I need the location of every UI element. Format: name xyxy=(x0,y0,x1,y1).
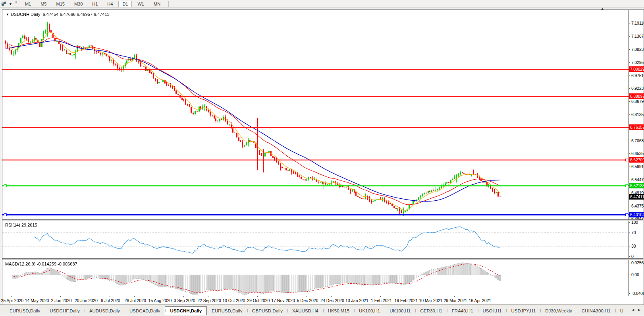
tab-scroll-left-icon[interactable]: ◄ xyxy=(630,307,636,313)
axis-tick-mark xyxy=(629,293,630,294)
price-tick-label: 6.59910 xyxy=(631,164,644,169)
chart-tab-usoil-h1[interactable]: USOil,H1 xyxy=(478,307,507,315)
date-tick-mark xyxy=(430,296,430,297)
chart-symbol-label: USDCNH,Daily xyxy=(11,12,40,17)
chart-tab-u[interactable]: U xyxy=(615,307,628,315)
chart-tab-china300-h1[interactable]: CHINA300,H1 xyxy=(577,307,615,315)
current-price-badge[interactable]: 6.47411 xyxy=(629,194,644,200)
rsi-label: RSI(14) 29.2615 xyxy=(5,223,37,227)
price-tick-label: 6.70630 xyxy=(631,138,644,143)
chart-tab-ger30-h1[interactable]: GER30,H1 xyxy=(415,307,447,315)
axis-tick-mark xyxy=(629,101,630,102)
chart-tab-uk100-h1[interactable]: UK100,H1 xyxy=(354,307,385,315)
axis-tick-mark xyxy=(629,256,630,257)
chart-ohlc-values: 6.47454 6.47666 6.46957 6.47411 xyxy=(43,12,109,17)
chart-window: ▼USDCNH,Daily 6.47454 6.47666 6.46957 6.… xyxy=(2,10,644,305)
tab-scroll-nav: ◄ ► xyxy=(630,305,644,315)
date-label: 24 Dec 2020 xyxy=(320,298,344,303)
timeframe-button-m15[interactable]: M15 xyxy=(52,1,68,7)
chart-tab-eurusd-daily[interactable]: EURUSD,Daily xyxy=(207,307,247,315)
price-tick-label: 6.97510 xyxy=(631,73,644,78)
line-drag-handle[interactable] xyxy=(625,159,628,161)
axis-tick-mark xyxy=(629,246,630,246)
chart-tab-usdcnh-daily[interactable]: USDCNH,Daily xyxy=(165,306,207,315)
date-tick-mark xyxy=(282,296,282,297)
chart-tab-xauusd-h4[interactable]: XAUUSD,H4 xyxy=(287,307,323,315)
date-label: 14 May 2020 xyxy=(25,298,49,303)
hline-price-badge[interactable]: 6.88897 xyxy=(629,93,644,99)
rsi-chart-canvas[interactable] xyxy=(2,221,629,258)
macd-tick-label: 0.00 xyxy=(631,272,639,277)
date-label: 1 Feb 2021 xyxy=(371,298,392,303)
chart-tab-fra40-h1[interactable]: FRA40,H1 xyxy=(447,307,478,315)
line-drag-handle[interactable] xyxy=(4,184,7,187)
macd-label: MACD(12,26,9) -0.014259 -0.006687 xyxy=(5,262,77,266)
timeframe-button-d1[interactable]: D1 xyxy=(118,1,132,7)
candlestick-chart-canvas[interactable] xyxy=(2,10,629,219)
timeframe-button-h1[interactable]: H1 xyxy=(88,1,102,7)
date-label: 25 Apr 2020 xyxy=(1,298,24,303)
chart-tab-audusd-daily[interactable]: AUDUSD,Daily xyxy=(85,307,125,315)
line-drag-handle[interactable] xyxy=(625,213,628,216)
timeframe-button-m5[interactable]: M5 xyxy=(37,1,50,7)
chart-tab-usdjpy-h1[interactable]: USDJPY,H1 xyxy=(506,307,540,315)
price-panel: ▼USDCNH,Daily 6.47454 6.47666 6.46957 6.… xyxy=(2,10,643,219)
price-tick-label: 7.19110 xyxy=(631,21,644,25)
cursor-tool-icon[interactable] xyxy=(1,1,9,7)
date-tick-mark xyxy=(183,296,184,297)
line-drag-handle[interactable] xyxy=(625,184,628,187)
date-label: 9 Jul 2020 xyxy=(101,298,120,303)
timeframe-button-m1[interactable]: M1 xyxy=(21,1,35,7)
axis-tick-mark xyxy=(629,141,630,141)
timeframe-button-w1[interactable]: W1 xyxy=(133,1,148,7)
axis-tick-mark xyxy=(629,193,630,193)
axis-tick-mark xyxy=(629,219,630,219)
hline-price-badge[interactable]: 7.00029 xyxy=(629,66,644,72)
price-tick-label: 7.08230 xyxy=(631,47,644,52)
date-label: 19 Feb 2021 xyxy=(394,298,418,303)
chart-tab-uk100-h1[interactable]: UK100,H1 xyxy=(385,307,415,315)
macd-tick-label: -0.040687 xyxy=(631,291,644,296)
chart-tab-hk50-m15[interactable]: HK50,M15 xyxy=(323,307,354,315)
status-strip xyxy=(0,314,644,316)
hline-price-badge[interactable]: 6.52138 xyxy=(629,183,644,188)
timeframe-button-h4[interactable]: H4 xyxy=(103,1,117,7)
macd-chart-canvas[interactable] xyxy=(2,260,629,296)
rsi-tick-label: 30 xyxy=(631,244,636,248)
rsi-tick-label: 100 xyxy=(631,220,638,225)
date-tick-mark xyxy=(134,296,135,297)
price-tick-label: 6.92230 xyxy=(631,86,644,91)
hline-price-badge[interactable]: 6.40104 xyxy=(629,212,644,217)
macd-panel: MACD(12,26,9) -0.014259 -0.006687 0.0256… xyxy=(2,260,643,296)
hline-price-badge[interactable]: 6.62709 xyxy=(629,157,644,163)
date-label: 2 Jun 2020 xyxy=(51,298,72,303)
axis-tick-mark xyxy=(629,180,630,180)
date-tick-mark xyxy=(11,296,12,297)
date-tick-mark xyxy=(233,296,233,297)
tab-scroll-right-icon[interactable]: ► xyxy=(636,307,642,313)
chart-tab-usdchf-daily[interactable]: USDCHF,Daily xyxy=(45,307,84,315)
date-label: 10 Mar 2021 xyxy=(419,298,442,303)
price-tick-label: 6.86790 xyxy=(631,99,644,104)
date-label: 17 Nov 2020 xyxy=(271,298,295,303)
hline-price-badge[interactable]: 6.76157 xyxy=(629,124,644,130)
timeframe-button-m30[interactable]: M30 xyxy=(70,1,87,7)
macd-axis-line xyxy=(629,260,629,296)
trading-platform-window: ▼ M1M5M15M30H1H4D1W1MN ▼USDCNH,Daily 6.4… xyxy=(0,0,644,316)
date-axis: 25 Apr 202014 May 20202 Jun 202020 Jun 2… xyxy=(2,296,643,304)
chart-tab-dj30-weekly[interactable]: DJ30,Weekly xyxy=(540,307,577,315)
date-tick-mark xyxy=(307,296,307,297)
price-tick-label: 7.13670 xyxy=(631,34,644,39)
chart-tab-usdcad-daily[interactable]: USDCAD,Daily xyxy=(125,307,165,315)
chevron-down-icon[interactable]: ▼ xyxy=(9,2,12,6)
chart-tab-eurusd-daily[interactable]: EURUSD,Daily xyxy=(5,307,45,315)
axis-tick-mark xyxy=(629,222,630,223)
timeframe-button-mn[interactable]: MN xyxy=(150,1,164,7)
axis-tick-mark xyxy=(629,263,630,263)
axis-tick-mark xyxy=(629,49,630,50)
chart-tab-gbpusd-daily[interactable]: GBPUSD,Daily xyxy=(247,307,287,315)
line-drag-handle[interactable] xyxy=(4,213,7,216)
top-toolbar: ▼ M1M5M15M30H1H4D1W1MN xyxy=(0,0,644,8)
chart-title-caret-icon[interactable]: ▼ xyxy=(6,13,9,16)
date-label: 10 Oct 2020 xyxy=(222,298,245,303)
